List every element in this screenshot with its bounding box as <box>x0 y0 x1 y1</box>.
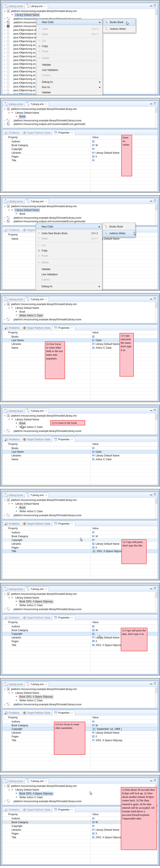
collapsed-arrow-icon[interactable]: ▸ <box>4 24 6 28</box>
tree-item[interactable]: ▸platform:/resource/org.example.library0… <box>2 513 158 517</box>
tree-item[interactable]: ✦Writer Arthur C Clark <box>2 314 158 317</box>
collapsed-arrow-icon[interactable]: ▸ <box>4 55 6 58</box>
expanded-arrow-icon[interactable]: ▾ <box>8 417 10 422</box>
editor-tab-library-xcore[interactable]: Library.xcore <box>3 682 25 687</box>
tree-item[interactable]: ✦Book 2001: A Space Odyssey <box>2 695 158 699</box>
views-tab-problems[interactable]: Problems <box>3 521 21 526</box>
expanded-arrow-icon[interactable]: ▾ <box>8 208 10 212</box>
views-tab-target-platform-state[interactable]: Target Platform State <box>21 521 53 526</box>
collapsed-arrow-icon[interactable]: ▸ <box>4 39 6 43</box>
expanded-arrow-icon[interactable]: ▾ <box>8 788 10 792</box>
tree-item[interactable]: ▸platform:/resource/org.example.library0… <box>2 119 158 122</box>
minimize-view-icon[interactable] <box>150 6 152 6</box>
expanded-arrow-icon[interactable]: ▾ <box>8 111 10 115</box>
views-tab-problems[interactable]: Problems <box>3 227 21 232</box>
menu-item[interactable]: ✕Delete <box>36 260 102 265</box>
menu-item[interactable]: ↶Undo New Books BookCtrl+Z <box>36 230 102 236</box>
tree-item[interactable]: ✦Book <box>2 506 158 509</box>
collapsed-arrow-icon[interactable]: ▸ <box>4 36 6 39</box>
editor-tab-library-xcore[interactable]: Library.xcore <box>3 779 25 783</box>
collapsed-arrow-icon[interactable]: ▸ <box>4 17 6 21</box>
tree-item[interactable]: ▾✦Library Default Name <box>2 691 158 695</box>
tree-item[interactable]: ▾Xplatform:/resource/org.example.library… <box>2 498 158 502</box>
close-icon[interactable]: ✕ <box>71 808 73 811</box>
property-row[interactable]: Last NameClark <box>2 450 158 454</box>
expanded-arrow-icon[interactable]: ▾ <box>8 502 10 506</box>
close-icon[interactable]: ✕ <box>71 523 73 525</box>
collapsed-arrow-icon[interactable]: ▸ <box>4 702 6 706</box>
views-tab-target-platform-state[interactable]: Target Platform State <box>21 326 53 330</box>
collapsed-arrow-icon[interactable]: ▸ <box>4 73 6 77</box>
tree-item[interactable]: ▾Xplatform:/resource/org.example.library… <box>2 205 158 208</box>
tree-item[interactable]: ▾✦Library Default Name <box>2 306 158 310</box>
close-icon[interactable]: ✕ <box>45 683 47 685</box>
property-row[interactable]: LibrariesLibrary Default Name <box>2 342 158 346</box>
menu-item[interactable]: Team▶ <box>37 95 102 95</box>
tree-scrollbar[interactable] <box>155 413 158 435</box>
close-icon[interactable]: ✕ <box>45 200 47 203</box>
tree-item[interactable]: ▸platform:/resource/org.example.library0… <box>2 317 158 321</box>
close-icon[interactable]: ✕ <box>71 712 73 714</box>
views-tab-properties[interactable]: Properties✕ <box>52 615 75 620</box>
property-row[interactable]: Pages0 <box>2 155 158 158</box>
tree-item[interactable]: ▸platform:/resource/org.example.library0… <box>2 429 158 433</box>
views-tab-problems[interactable]: Problems <box>3 710 21 715</box>
expanded-arrow-icon[interactable]: ▾ <box>4 414 6 417</box>
collapsed-arrow-icon[interactable]: ▸ <box>4 92 6 94</box>
minimize-view-icon[interactable] <box>150 410 152 411</box>
collapsed-arrow-icon[interactable]: ▸ <box>4 51 6 55</box>
menu-item[interactable]: ✂Cut <box>36 243 102 248</box>
collapsed-arrow-icon[interactable]: ▸ <box>4 85 6 89</box>
scrollbar-thumb[interactable] <box>155 303 158 308</box>
expanded-arrow-icon[interactable]: ▾ <box>4 498 6 502</box>
editor-tab-library-xcore[interactable]: Library.xcore <box>3 4 25 9</box>
views-tab-problems[interactable]: Problems <box>3 807 21 812</box>
tree-scrollbar[interactable] <box>155 107 158 128</box>
property-row[interactable]: Authors <box>2 140 158 144</box>
tree-item[interactable]: ▾✦Library Default Name <box>2 111 158 115</box>
views-tab-target-platform-state[interactable]: Target Platform State <box>21 807 53 812</box>
menu-item[interactable]: Live Validation <box>36 272 102 277</box>
collapsed-arrow-icon[interactable]: ▸ <box>4 47 6 51</box>
menu-item[interactable]: Debug As▶ <box>37 79 102 85</box>
close-icon[interactable]: ✕ <box>71 616 73 619</box>
tree-item[interactable]: ✦Writer Arthur C Clark <box>2 509 158 513</box>
minimize-view-icon[interactable] <box>150 299 152 300</box>
collapsed-arrow-icon[interactable]: ▸ <box>4 607 6 611</box>
expanded-arrow-icon[interactable]: ▾ <box>4 302 6 306</box>
views-tab-target-platform-state[interactable]: Target Platform State <box>21 615 53 620</box>
submenu-item[interactable]: ✦✦Books Book <box>103 223 135 230</box>
collapsed-arrow-icon[interactable]: ▸ <box>4 21 6 24</box>
tree-scrollbar[interactable] <box>155 204 158 225</box>
property-row[interactable]: Books <box>2 446 158 450</box>
editor-tab-library-xmi[interactable]: *Library.xmi✕ <box>25 101 49 106</box>
views-tab-properties[interactable]: Properties✕ <box>52 807 75 812</box>
maximize-view-icon[interactable] <box>154 493 156 495</box>
collapsed-arrow-icon[interactable]: ▸ <box>4 70 6 73</box>
menu-item[interactable]: Live Validation <box>37 67 102 72</box>
views-tab-target-platform-state[interactable]: Target Platform State <box>21 710 53 715</box>
minimize-view-icon[interactable] <box>150 201 152 202</box>
close-icon[interactable]: ✕ <box>71 131 73 134</box>
tree-item[interactable]: ▾Xplatform:/resource/org.example.library… <box>2 414 158 417</box>
maximize-view-icon[interactable] <box>154 102 156 104</box>
expanded-arrow-icon[interactable]: ▾ <box>8 596 10 600</box>
close-icon[interactable]: ✕ <box>45 494 47 496</box>
maximize-view-icon[interactable] <box>154 409 156 411</box>
tree-item[interactable]: ▾Xplatform:/resource/org.example.library… <box>2 302 158 306</box>
menu-item[interactable]: Validate <box>37 90 102 95</box>
menu-item[interactable]: Control... <box>37 72 102 78</box>
property-row[interactable]: LibrariesLibrary Default Name <box>2 454 158 458</box>
collapsed-arrow-icon[interactable]: ▸ <box>4 43 6 47</box>
tree-item[interactable]: ▾Xplatform:/resource/org.example.library… <box>2 687 158 691</box>
views-tab-properties[interactable]: Properties✕ <box>52 325 75 330</box>
submenu-item[interactable]: ✦✦Authors Writer <box>103 26 135 32</box>
views-tab-problems[interactable]: Problems <box>3 437 21 442</box>
close-icon[interactable]: ✕ <box>45 103 47 105</box>
collapsed-arrow-icon[interactable]: ▸ <box>4 429 6 433</box>
scrollbar-thumb[interactable] <box>155 498 158 504</box>
editor-tab-library-xmi[interactable]: *Library.xmi✕ <box>25 199 49 204</box>
tree-item[interactable]: ▾✦Library Default Name <box>2 208 158 212</box>
menu-item[interactable]: Control... <box>36 277 102 282</box>
scrollbar-thumb[interactable] <box>155 9 158 15</box>
